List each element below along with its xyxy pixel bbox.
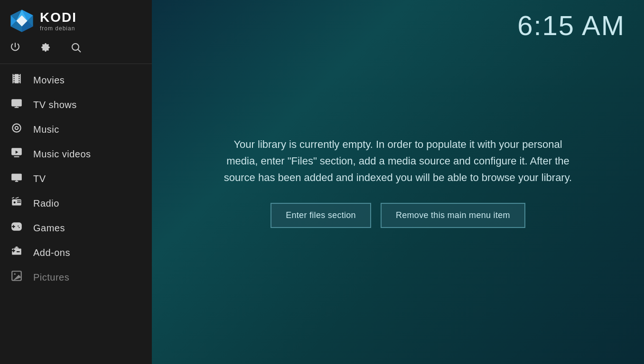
svg-rect-16 <box>11 173 22 180</box>
music-videos-icon <box>9 146 24 162</box>
sidebar-item-radio[interactable]: Radio <box>0 191 152 216</box>
sidebar-item-movies[interactable]: Movies <box>0 68 152 92</box>
svg-point-23 <box>14 273 16 275</box>
clock: 6:15 AM <box>517 9 625 41</box>
games-label: Games <box>33 223 65 234</box>
remove-menu-item-button[interactable]: Remove this main menu item <box>381 203 525 228</box>
svg-rect-11 <box>11 99 22 106</box>
app-subtitle: from debian <box>40 25 77 32</box>
music-icon <box>9 122 24 137</box>
sidebar-header: KODI from debian <box>0 0 152 38</box>
movies-label: Movies <box>33 75 65 86</box>
sidebar: KODI from debian <box>0 0 152 364</box>
sidebar-controls <box>0 38 152 64</box>
kodi-title: KODI from debian <box>40 10 77 32</box>
tv-shows-label: TV shows <box>33 100 77 110</box>
settings-icon[interactable] <box>40 42 51 56</box>
music-label: Music <box>33 124 59 135</box>
svg-point-10 <box>15 77 19 81</box>
content-area: Your library is currently empty. In orde… <box>152 0 644 364</box>
tv-label: TV <box>33 173 46 184</box>
menu-divider <box>0 64 152 64</box>
sidebar-item-tv-shows[interactable]: TV shows <box>0 92 152 117</box>
tv-shows-icon <box>9 97 24 112</box>
music-videos-label: Music videos <box>33 149 91 160</box>
main-content: 6:15 AM Your library is currently empty.… <box>152 0 644 364</box>
pictures-label: Pictures <box>33 272 69 283</box>
add-ons-icon <box>9 245 24 260</box>
svg-line-9 <box>78 50 81 53</box>
library-message: Your library is currently empty. In orde… <box>223 136 574 186</box>
enter-files-button[interactable]: Enter files section <box>271 203 371 228</box>
power-icon[interactable] <box>9 42 21 56</box>
message-box: Your library is currently empty. In orde… <box>213 127 583 238</box>
action-buttons: Enter files section Remove this main men… <box>223 203 574 228</box>
games-icon <box>9 220 24 236</box>
tv-icon <box>9 171 24 186</box>
sidebar-item-music[interactable]: Music <box>0 117 152 142</box>
radio-icon <box>9 196 24 211</box>
pictures-icon <box>9 270 24 285</box>
movies-icon <box>9 73 24 88</box>
sidebar-item-add-ons[interactable]: Add-ons <box>0 240 152 265</box>
sidebar-item-games[interactable]: Games <box>0 216 152 240</box>
svg-point-8 <box>72 44 79 50</box>
sidebar-item-music-videos[interactable]: Music videos <box>0 142 152 166</box>
kodi-logo-icon <box>9 9 34 33</box>
sidebar-item-pictures[interactable]: Pictures <box>0 265 152 290</box>
sidebar-item-tv[interactable]: TV <box>0 166 152 191</box>
radio-label: Radio <box>33 198 59 209</box>
search-icon[interactable] <box>70 42 82 56</box>
app-name: KODI <box>40 10 77 25</box>
svg-point-19 <box>14 201 16 203</box>
add-ons-label: Add-ons <box>33 247 70 258</box>
